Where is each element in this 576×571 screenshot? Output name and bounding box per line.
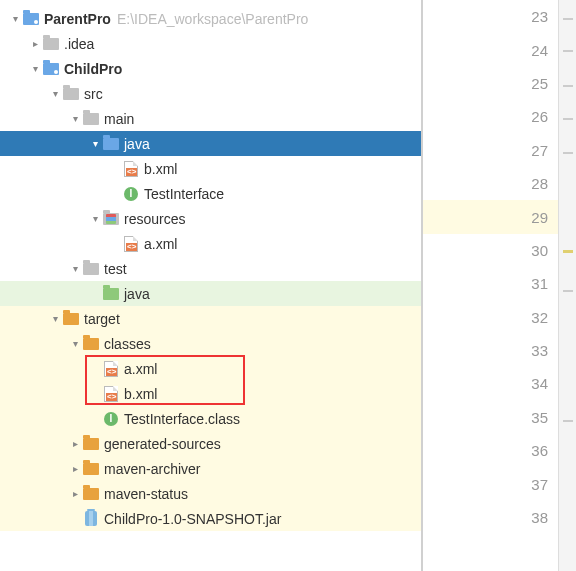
node-label: TestInterface.class (124, 411, 240, 427)
node-label: b.xml (144, 161, 177, 177)
chevron-down-icon: ▾ (8, 13, 22, 24)
node-label: ChildPro (64, 61, 122, 77)
tree-row-classes-axml[interactable]: <> a.xml (0, 356, 421, 381)
gutter-line[interactable]: 37 (423, 467, 576, 500)
node-label: classes (104, 336, 151, 352)
gutter-line[interactable]: 33 (423, 334, 576, 367)
gutter-line[interactable]: 25 (423, 67, 576, 100)
tree-row-generated-sources[interactable]: ▸ generated-sources (0, 431, 421, 456)
tree-row-jar[interactable]: ChildPro-1.0-SNAPSHOT.jar (0, 506, 421, 531)
tree-row-parentpro[interactable]: ▾ ParentPro E:\IDEA_workspace\ParentPro (0, 6, 421, 31)
marker-tick (563, 18, 573, 20)
editor-gutter[interactable]: 23242526272829303132333435363738 (423, 0, 576, 571)
project-tree[interactable]: ▾ ParentPro E:\IDEA_workspace\ParentPro … (0, 0, 423, 571)
excluded-folder-icon (62, 311, 80, 327)
excluded-folder-icon (82, 486, 100, 502)
chevron-down-icon: ▾ (88, 213, 102, 224)
node-label: target (84, 311, 120, 327)
tree-row-src[interactable]: ▾ src (0, 81, 421, 106)
gutter-line[interactable]: 23 (423, 0, 576, 33)
node-label: TestInterface (144, 186, 224, 202)
tree-row-classes-bxml[interactable]: <> b.xml (0, 381, 421, 406)
chevron-down-icon: ▾ (68, 338, 82, 349)
node-label: test (104, 261, 127, 277)
tree-row-childpro[interactable]: ▾ ChildPro (0, 56, 421, 81)
node-label: a.xml (124, 361, 157, 377)
node-label: generated-sources (104, 436, 221, 452)
gutter-line[interactable]: 26 (423, 100, 576, 133)
node-label: a.xml (144, 236, 177, 252)
tree-row-classes[interactable]: ▾ classes (0, 331, 421, 356)
folder-icon (42, 36, 60, 52)
tree-row-maven-archiver[interactable]: ▸ maven-archiver (0, 456, 421, 481)
chevron-down-icon: ▾ (48, 88, 62, 99)
interface-icon: I (122, 186, 140, 202)
node-label: maven-archiver (104, 461, 200, 477)
gutter-line[interactable]: 35 (423, 401, 576, 434)
module-folder-icon (42, 61, 60, 77)
xml-file-icon: <> (122, 236, 140, 252)
editor-scrollbar-marker-area (558, 0, 576, 571)
marker-tick (563, 420, 573, 422)
chevron-right-icon: ▸ (68, 463, 82, 474)
gutter-line[interactable]: 24 (423, 33, 576, 66)
folder-icon (82, 261, 100, 277)
marker-tick (563, 50, 573, 52)
jar-file-icon (82, 511, 100, 527)
tree-row-axml[interactable]: <> a.xml (0, 231, 421, 256)
excluded-folder-icon (82, 461, 100, 477)
node-path: E:\IDEA_workspace\ParentPro (117, 11, 308, 27)
test-source-folder-icon (102, 286, 120, 302)
node-label: ChildPro-1.0-SNAPSHOT.jar (104, 511, 281, 527)
gutter-line[interactable]: 32 (423, 301, 576, 334)
gutter-line[interactable]: 27 (423, 134, 576, 167)
marker-tick (563, 85, 573, 87)
chevron-right-icon: ▸ (28, 38, 42, 49)
folder-icon (82, 111, 100, 127)
tree-row-java-selected[interactable]: ▾ java (0, 131, 421, 156)
node-label: maven-status (104, 486, 188, 502)
tree-row-target[interactable]: ▾ target (0, 306, 421, 331)
marker-tick (563, 250, 573, 253)
chevron-right-icon: ▸ (68, 488, 82, 499)
gutter-line[interactable]: 38 (423, 501, 576, 534)
tree-row-main[interactable]: ▾ main (0, 106, 421, 131)
chevron-down-icon: ▾ (28, 63, 42, 74)
folder-icon (62, 86, 80, 102)
marker-tick (563, 118, 573, 120)
gutter-line[interactable]: 29 (423, 200, 576, 233)
chevron-right-icon: ▸ (68, 438, 82, 449)
marker-tick (563, 152, 573, 154)
chevron-down-icon: ▾ (88, 138, 102, 149)
node-label: main (104, 111, 134, 127)
gutter-line[interactable]: 28 (423, 167, 576, 200)
tree-row-test-java[interactable]: java (0, 281, 421, 306)
tree-row-classes-iface[interactable]: I TestInterface.class (0, 406, 421, 431)
tree-row-maven-status[interactable]: ▸ maven-status (0, 481, 421, 506)
tree-row-bxml[interactable]: <> b.xml (0, 156, 421, 181)
chevron-down-icon: ▾ (68, 263, 82, 274)
xml-file-icon: <> (122, 161, 140, 177)
node-label: src (84, 86, 103, 102)
source-folder-icon (102, 136, 120, 152)
gutter-line[interactable]: 36 (423, 434, 576, 467)
tree-row-idea[interactable]: ▸ .idea (0, 31, 421, 56)
gutter-line[interactable]: 34 (423, 367, 576, 400)
node-label: java (124, 136, 150, 152)
node-label: b.xml (124, 386, 157, 402)
interface-icon: I (102, 411, 120, 427)
module-folder-icon (22, 11, 40, 27)
tree-row-test[interactable]: ▾ test (0, 256, 421, 281)
tree-row-testinterface[interactable]: I TestInterface (0, 181, 421, 206)
resources-folder-icon (102, 211, 120, 227)
chevron-down-icon: ▾ (48, 313, 62, 324)
xml-file-icon: <> (102, 386, 120, 402)
xml-file-icon: <> (102, 361, 120, 377)
marker-tick (563, 290, 573, 292)
node-label: .idea (64, 36, 94, 52)
tree-row-resources[interactable]: ▾ resources (0, 206, 421, 231)
excluded-folder-icon (82, 436, 100, 452)
excluded-folder-icon (82, 336, 100, 352)
gutter-line[interactable]: 30 (423, 234, 576, 267)
gutter-line[interactable]: 31 (423, 267, 576, 300)
